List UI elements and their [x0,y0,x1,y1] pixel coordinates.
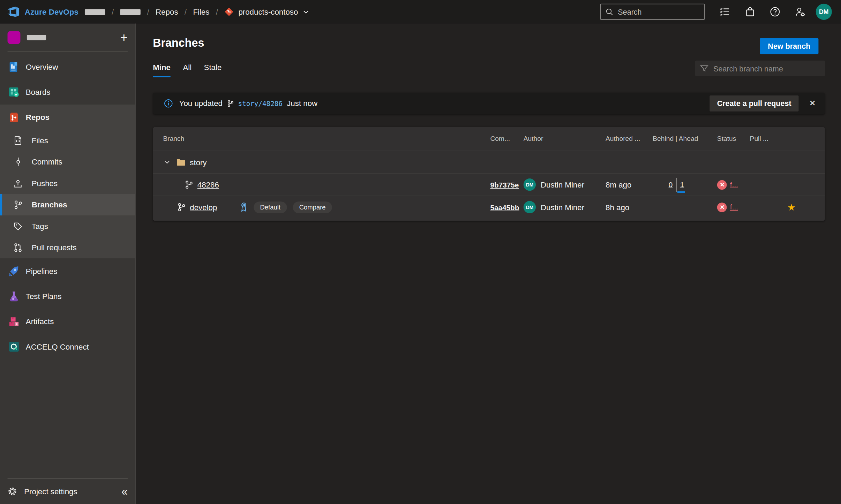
breadcrumb-files[interactable]: Files [193,8,209,16]
add-icon[interactable]: + [120,33,128,43]
redacted-project-name[interactable] [120,9,141,15]
author-name: Dustin Miner [541,203,584,212]
updated-branch-link[interactable]: story/48286 [238,99,283,107]
sidebar-item-pushes[interactable]: Pushes [0,173,135,194]
sidebar-item-tags[interactable]: Tags [0,215,135,237]
column-header-branch[interactable]: Branch [153,135,490,143]
column-header-commit[interactable]: Com... [490,135,523,143]
close-icon[interactable]: ✕ [809,99,816,108]
create-pull-request-button[interactable]: Create a pull request [709,96,799,112]
commit-link[interactable]: 9b7375e [490,181,519,189]
top-bar: Azure DevOps / / Repos / Files / product… [0,0,841,24]
repo-name: products-contoso [238,8,298,16]
repos-icon [8,111,21,124]
build-failed-icon[interactable] [717,202,727,212]
repo-picker[interactable]: products-contoso [224,7,309,17]
breadcrumb-repos[interactable]: Repos [156,8,178,16]
help-icon[interactable] [769,6,780,17]
sidebar-item-test-plans[interactable]: Test Plans [0,283,135,308]
ahead-count[interactable]: 1 [680,181,684,189]
status-pipeline-link[interactable]: f... [730,181,738,189]
folder-row-story[interactable]: story [153,151,825,173]
authored-time: 8h ago [606,203,653,212]
sidebar-item-overview[interactable]: Overview [0,54,135,79]
commit-link[interactable]: 5aa45bb [490,204,519,212]
sidebar-nav: Overview Boards Repos [0,52,135,478]
branches-icon [13,200,22,210]
compare-badge[interactable]: Compare [293,201,332,213]
search-icon [606,8,614,16]
tab-stale[interactable]: Stale [204,63,222,77]
column-header-status[interactable]: Status [717,135,750,143]
sidebar-item-label: Branches [32,200,67,209]
behind-count[interactable]: 0 [662,178,676,192]
sidebar-item-branches[interactable]: Branches [0,194,135,216]
work-items-list-icon[interactable] [719,6,730,17]
build-failed-icon[interactable] [717,180,727,190]
files-icon [13,136,22,145]
chevron-down-icon[interactable] [164,159,171,166]
overview-icon [8,60,21,73]
behind-ahead-cell[interactable]: 0 1 [662,178,717,192]
sidebar-item-label: Pipelines [26,267,57,275]
search-input[interactable] [618,8,699,16]
tags-icon [13,222,22,231]
redacted-organization-name[interactable] [85,9,105,15]
boards-icon [8,85,21,98]
branch-icon [177,203,186,212]
sidebar-item-label: Overview [26,62,58,71]
branch-name-link[interactable]: 48286 [197,180,219,189]
favorite-star-icon[interactable]: ★ [787,202,795,213]
sidebar-item-label: Boards [26,87,51,96]
commits-icon [13,157,22,167]
breadcrumb-separator: / [112,8,114,16]
azure-devops-home-link[interactable]: Azure DevOps [7,5,78,18]
sidebar-item-pipelines[interactable]: Pipelines [0,258,135,283]
sidebar-item-pull-requests[interactable]: Pull requests [0,237,135,259]
sidebar-item-artifacts[interactable]: Artifacts [0,309,135,334]
sidebar-item-label: Pushes [32,179,58,188]
sidebar-item-accelq-connect[interactable]: ACCELQ Connect [0,334,135,359]
column-header-behind-ahead[interactable]: Behind | Ahead [653,135,717,143]
branch-name-link[interactable]: develop [190,203,217,212]
default-badge: Default [254,201,287,213]
column-header-author[interactable]: Author [524,135,606,143]
global-search-box[interactable] [600,4,705,20]
table-header-row: Branch Com... Author Authored ... Behind… [153,127,825,151]
branch-filter-box[interactable] [695,61,825,76]
branch-filter-input[interactable] [713,64,820,73]
git-repo-icon [224,7,234,17]
sidebar-item-boards[interactable]: Boards [0,79,135,105]
tab-all[interactable]: All [183,63,192,77]
user-settings-icon[interactable] [795,6,806,17]
main-content: Branches New branch Mine All Stale You [136,24,841,504]
column-header-authored[interactable]: Authored ... [606,135,653,143]
sidebar-item-label: Pull requests [32,243,77,252]
project-avatar[interactable] [8,31,21,44]
project-settings-button[interactable]: Project settings « [0,478,135,504]
collapse-sidebar-icon[interactable]: « [121,486,128,497]
sidebar-item-repos[interactable]: Repos [0,105,135,130]
column-header-pull[interactable]: Pull ... [750,135,825,143]
status-pipeline-link[interactable]: f... [730,203,738,211]
sidebar-item-label: ACCELQ Connect [26,342,89,351]
sidebar-item-label: Files [32,136,48,145]
filter-funnel-icon [700,64,709,73]
marketplace-bag-icon[interactable] [744,6,755,17]
authored-time: 8m ago [606,180,653,189]
breadcrumb: Azure DevOps / / Repos / Files / product… [7,5,600,18]
sidebar-item-label: Test Plans [26,292,62,300]
branch-icon [227,100,234,107]
new-branch-button[interactable]: New branch [760,38,818,54]
user-avatar[interactable]: DM [816,4,832,20]
sidebar-item-commits[interactable]: Commits [0,151,135,173]
sidebar-item-files[interactable]: Files [0,130,135,151]
project-switcher: + [0,24,135,52]
banner-message-suffix: Just now [287,99,317,108]
artifacts-icon [8,315,21,328]
tab-mine[interactable]: Mine [153,63,171,77]
ahead-bar [677,191,685,193]
accelq-connect-icon [8,340,21,353]
breadcrumb-separator: / [185,8,187,16]
author-avatar: DM [524,201,536,213]
